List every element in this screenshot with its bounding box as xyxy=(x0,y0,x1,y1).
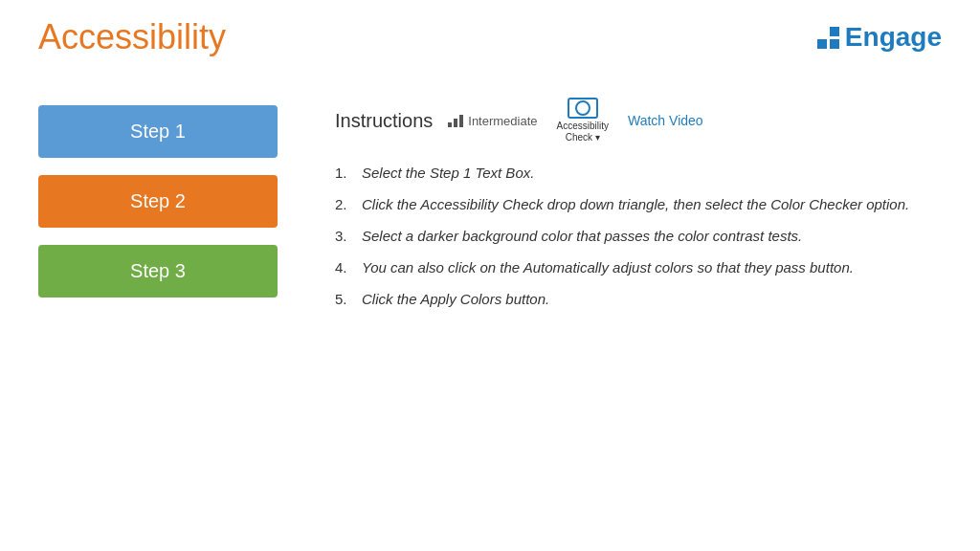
main-content: Step 1 Step 2 Step 3 Instructions Interm… xyxy=(0,67,980,340)
step-1-button[interactable]: Step 1 xyxy=(38,105,278,158)
list-item: You can also click on the Automatically … xyxy=(335,257,942,277)
engage-logo: Engage xyxy=(817,22,942,53)
header: Accessibility Engage xyxy=(0,0,980,67)
watch-video-link[interactable]: Watch Video xyxy=(628,113,703,128)
list-item: Click the Accessibility Check drop down … xyxy=(335,194,942,214)
instructions-header: Instructions Intermediate Accessibility … xyxy=(335,96,942,145)
instructions-column: Instructions Intermediate Accessibility … xyxy=(335,86,942,320)
page-title: Accessibility xyxy=(38,17,226,57)
step-2-button[interactable]: Step 2 xyxy=(38,175,278,228)
steps-column: Step 1 Step 2 Step 3 xyxy=(38,86,278,320)
list-item: Click the Apply Colors button. xyxy=(335,289,942,309)
instruction-list: Select the Step 1 Text Box. Click the Ac… xyxy=(335,163,942,309)
grid-cell-tr xyxy=(830,27,839,36)
intermediate-badge: Intermediate xyxy=(448,114,537,128)
grid-cell-br xyxy=(830,39,839,49)
grid-cell-tl xyxy=(817,27,827,36)
list-item: Select the Step 1 Text Box. xyxy=(335,163,942,183)
step-3-button[interactable]: Step 3 xyxy=(38,245,278,298)
accessibility-check-button[interactable]: Accessibility Check ▾ xyxy=(553,96,612,145)
engage-logo-text: Engage xyxy=(845,22,942,53)
instructions-label: Instructions xyxy=(335,110,433,132)
grid-cell-bl xyxy=(817,39,827,49)
level-label: Intermediate xyxy=(468,114,537,128)
engage-grid-icon xyxy=(817,27,839,49)
list-item: Select a darker background color that pa… xyxy=(335,226,942,246)
level-bars-icon xyxy=(448,114,463,127)
accessibility-check-label: Accessibility Check ▾ xyxy=(557,121,609,143)
eye-icon xyxy=(568,98,598,119)
